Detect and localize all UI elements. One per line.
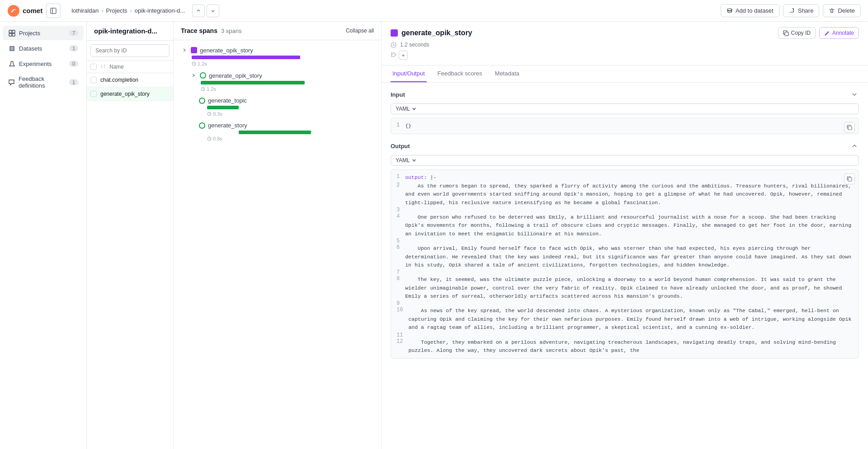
span-child3-time: 0.8s [207,136,374,141]
copy-id-button[interactable]: Copy ID [778,27,816,39]
experiments-label: Experiments [19,61,52,67]
input-code-line: 1 {} [396,122,853,130]
output-line-num: 6 [396,244,400,269]
output-format-label: YAML [396,157,410,164]
output-section-title: Output [391,143,410,150]
trace-header: Trace spans 3 spans Collapse all [174,22,381,40]
span-root-expand[interactable] [181,47,188,54]
output-copy-button[interactable] [844,173,855,184]
detail-tabs: Input/Output Feedback scores Metadata [382,65,868,83]
feedback-badge: 1 [69,79,78,85]
collapse-all-button[interactable]: Collapse all [346,28,374,34]
copy-id-label: Copy ID [791,30,811,36]
output-line-num: 11 [396,332,403,338]
output-line-num: 3 [396,207,400,213]
output-line-text: Upon arrival, Emily found herself face t… [405,244,853,269]
topbar: comet lothiraldan › Projects › opik-inte… [0,0,868,22]
span-child1-bar [201,81,305,84]
output-line-num: 9 [396,300,400,307]
nav-up-button[interactable] [192,5,205,17]
breadcrumb-sep2: › [130,7,132,14]
input-section: Input YAML 1 {} [391,90,859,134]
output-code-line: 10 As news of the key spread, the world … [396,307,853,332]
delete-label: Delete [838,7,855,14]
input-copy-button[interactable] [844,122,855,133]
output-code-line: 1output: |- [396,173,853,182]
input-section-title: Input [391,91,405,98]
share-icon [789,8,795,14]
breadcrumb-user[interactable]: lothiraldan [71,7,99,14]
tab-input-output[interactable]: Input/Output [391,65,427,82]
detail-title-row: generate_opik_story Copy ID Annotate [391,27,859,39]
sidebar-item-feedback[interactable]: Feedback definitions 1 [3,72,84,93]
annotate-label: Annotate [832,30,854,36]
nav-arrows [192,5,219,17]
span-child2-name: generate_topic [208,97,247,104]
project-row-generate[interactable]: generate_opik_story [87,87,173,101]
trace-span-child1-row: generate_opik_story [190,72,374,79]
datasets-label: Datasets [19,45,42,52]
chat-checkbox[interactable] [90,77,97,83]
trace-span-child1: generate_opik_story 1.2s [174,69,381,94]
breadcrumb: lothiraldan › Projects › opik-integratio… [71,7,185,14]
project-row-chat[interactable]: chat.completion [87,73,173,87]
project-panel: opik-integration-d... Name chat.completi… [87,22,174,449]
output-format-selector[interactable]: YAML [391,155,859,166]
search-input[interactable] [90,44,170,57]
span-child1-bar-area [201,81,374,84]
delete-button[interactable]: Delete [823,4,861,17]
sidebar-toggle[interactable] [46,4,61,18]
svg-point-21 [392,54,393,55]
output-line-num: 8 [396,276,400,300]
output-collapse-button[interactable] [850,141,859,150]
svg-rect-6 [9,33,12,36]
breadcrumb-projects[interactable]: Projects [106,7,127,14]
input-format-selector[interactable]: YAML [391,103,859,114]
sidebar-item-projects[interactable]: Projects 7 [3,26,84,40]
add-to-dataset-button[interactable]: Add to dataset [721,4,779,17]
output-line-num: 1 [396,173,400,182]
output-code-line: 7 [396,269,853,276]
span-root-icon [191,47,197,53]
span-child3-name: generate_story [208,122,247,129]
svg-point-0 [8,5,19,17]
trace-span-child3-row: generate_story [199,122,374,129]
tab-feedback-scores[interactable]: Feedback scores [436,65,484,82]
datasets-icon [8,45,15,52]
trace-span-root-row: generate_opik_story [181,47,374,54]
sidebar-item-datasets[interactable]: Datasets 1 [3,41,84,56]
trace-span-root: generate_opik_story 1.2s [174,44,381,69]
detail-span-icon [391,29,398,37]
generate-row-name: generate_opik_story [100,91,150,97]
breadcrumb-sep1: › [101,7,103,14]
span-child2-bar-area [207,106,374,109]
trace-span-child2-row: generate_topic [199,97,374,104]
share-button[interactable]: Share [783,4,820,17]
share-label: Share [798,7,814,14]
sidebar-item-experiments[interactable]: Experiments 0 [3,56,84,71]
feedback-label: Feedback definitions [19,75,66,89]
output-line-text: As the rumors began to spread, they spar… [405,182,853,207]
output-section-header: Output [391,141,859,150]
trace-content: generate_opik_story 1.2s generate_op [174,40,381,449]
tab-metadata[interactable]: Metadata [493,65,521,82]
span-root-name: generate_opik_story [200,47,253,54]
trace-span-child3: generate_story 0.8s [174,119,381,144]
nav-down-button[interactable] [207,5,219,17]
project-title: opik-integration-d... [94,27,166,35]
detail-duration: 1.2 seconds [400,42,429,48]
generate-checkbox[interactable] [90,91,97,97]
copy-code-icon-2 [847,176,852,182]
svg-rect-7 [12,33,15,36]
span-child1-expand[interactable] [190,72,197,79]
input-collapse-button[interactable] [850,90,859,99]
projects-label: Projects [19,30,40,37]
select-all-checkbox[interactable] [90,64,97,70]
add-tag-button[interactable]: + [399,51,408,60]
add-to-dataset-label: Add to dataset [736,7,774,14]
chevron-down-icon [412,107,416,111]
svg-point-3 [727,9,732,10]
annotate-button[interactable]: Annotate [819,27,859,39]
input-code-text: {} [405,122,411,130]
output-line-num: 2 [396,182,400,207]
